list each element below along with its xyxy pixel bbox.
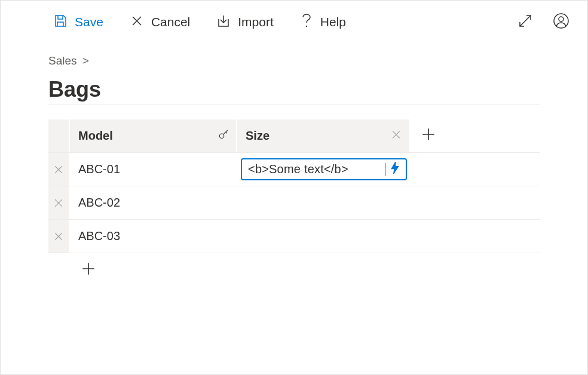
breadcrumb-parent[interactable]: Sales [48,54,77,67]
cell-editor[interactable]: <b>Some text</b> [241,158,407,180]
close-icon [130,14,144,31]
delete-row-button[interactable] [48,186,70,219]
column-header-size[interactable]: Size [237,119,411,152]
delete-row-button[interactable] [48,220,70,253]
import-button[interactable]: Import [216,14,274,31]
table-row: ABC-02 [48,186,540,220]
cell-size[interactable]: <b>Some text</b> [237,153,411,186]
help-label: Help [320,15,346,29]
fullscreen-button[interactable] [513,14,537,31]
autofill-button[interactable] [390,162,400,177]
cell-model[interactable]: ABC-02 [70,186,237,219]
cancel-button[interactable]: Cancel [130,14,190,31]
save-button[interactable]: Save [53,14,103,31]
cell-size[interactable] [237,220,411,253]
key-icon [218,129,229,143]
page-title: Bags [48,77,540,105]
save-label: Save [75,15,103,29]
column-header-size-label: Size [246,129,270,143]
cell-model-value: ABC-01 [78,162,120,176]
breadcrumb: Sales > [48,54,540,67]
svg-point-0 [306,25,307,26]
cancel-label: Cancel [151,15,190,29]
breadcrumb-separator: > [80,54,91,67]
plus-icon [81,261,96,279]
help-button[interactable]: Help [300,13,346,32]
cell-model[interactable]: ABC-03 [70,220,237,253]
add-row-button[interactable] [48,253,540,287]
expand-icon [518,14,532,31]
import-icon [216,14,231,31]
column-header-model-label: Model [78,129,113,143]
remove-column-icon[interactable] [390,128,402,143]
help-icon [300,13,313,32]
table-row: ABC-03 [48,220,540,253]
cell-size[interactable] [237,186,411,219]
table-row: ABC-01 <b>Some text</b> [48,153,540,186]
text-caret [385,163,385,176]
cell-model-value: ABC-03 [78,229,120,243]
add-column-button[interactable] [411,119,446,152]
import-label: Import [238,15,274,29]
delete-row-button[interactable] [48,153,70,186]
row-header-stub [48,119,70,152]
grid-header: Model Size [48,119,540,153]
top-toolbar: Save Cancel Import Help [1,1,587,44]
cell-model[interactable]: ABC-01 [70,153,237,186]
user-button[interactable] [549,13,573,32]
user-icon [553,13,569,32]
column-header-model[interactable]: Model [70,119,237,152]
save-icon [53,14,68,31]
data-grid: Model Size [48,119,540,287]
cell-editor-value: <b>Some text</b> [248,162,380,176]
svg-point-2 [559,17,564,21]
cell-model-value: ABC-02 [78,196,120,210]
plus-icon [421,127,436,145]
